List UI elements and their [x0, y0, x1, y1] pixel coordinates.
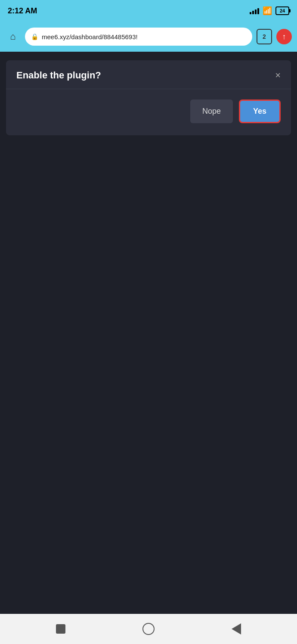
battery-icon: 24: [275, 6, 289, 15]
url-bar[interactable]: 🔒 mee6.xyz/dashboard/884485693!: [25, 28, 252, 46]
nav-square-button[interactable]: [56, 624, 65, 634]
nope-button[interactable]: Nope: [190, 100, 233, 123]
browser-bar: ⌂ 🔒 mee6.xyz/dashboard/884485693! 2 ↑: [0, 22, 297, 52]
enable-plugin-dialog: Enable the plugin? × Nope Yes: [6, 60, 291, 135]
lock-icon: 🔒: [31, 33, 38, 40]
nav-bar: [0, 614, 297, 644]
upload-button[interactable]: ↑: [276, 29, 292, 44]
dialog-title: Enable the plugin?: [16, 70, 101, 81]
wifi-icon: 📶: [263, 7, 272, 15]
upload-icon: ↑: [282, 33, 286, 40]
dialog-header: Enable the plugin? ×: [6, 60, 291, 89]
url-text: mee6.xyz/dashboard/884485693!: [42, 33, 246, 40]
status-time: 2:12 AM: [8, 6, 37, 16]
status-bar: 2:12 AM 📶 24: [0, 0, 297, 22]
tab-button[interactable]: 2: [257, 29, 272, 44]
tab-count: 2: [263, 33, 266, 40]
status-icons: 📶 24: [250, 6, 289, 15]
dialog-actions: Nope Yes: [6, 89, 291, 135]
battery-level: 24: [280, 8, 285, 13]
nav-circle-button[interactable]: [142, 623, 155, 635]
home-button[interactable]: ⌂: [5, 29, 21, 44]
close-button[interactable]: ×: [275, 71, 281, 80]
yes-button[interactable]: Yes: [239, 100, 281, 123]
main-content: Enable the plugin? × Nope Yes: [0, 52, 297, 614]
nav-back-button[interactable]: [232, 623, 241, 635]
signal-icon: [250, 7, 259, 14]
